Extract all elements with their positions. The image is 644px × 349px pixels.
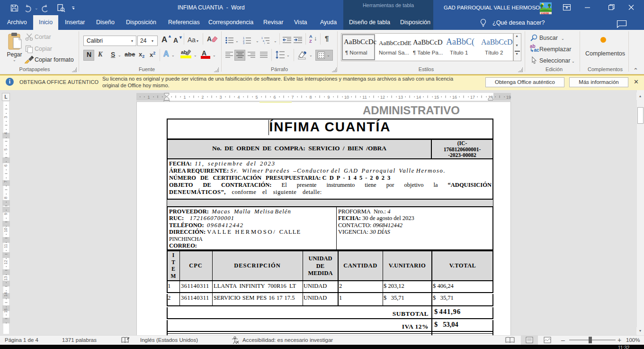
svg-text:1: 1	[183, 95, 186, 100]
svg-text:1: 1	[147, 95, 150, 100]
svg-text:9: 9	[3, 212, 8, 215]
svg-text:12: 12	[3, 260, 8, 265]
svg-text:6: 6	[273, 95, 276, 100]
svg-text:8: 8	[309, 95, 312, 100]
svg-text:13: 13	[3, 276, 8, 281]
svg-text:11: 11	[3, 244, 8, 248]
svg-text:8: 8	[3, 196, 8, 199]
svg-text:14: 14	[416, 95, 421, 100]
svg-text:i: i	[264, 42, 265, 44]
svg-text:3: 3	[3, 116, 8, 118]
svg-text:19: 19	[506, 95, 511, 100]
svg-text:6: 6	[3, 164, 8, 166]
svg-text:7: 7	[291, 95, 294, 100]
svg-text:4: 4	[3, 132, 8, 134]
svg-text:11: 11	[362, 95, 367, 100]
svg-text:7: 7	[3, 180, 8, 183]
svg-text:10: 10	[344, 95, 349, 100]
svg-text:5: 5	[3, 148, 8, 150]
svg-text:3: 3	[219, 95, 222, 100]
svg-text:9: 9	[327, 95, 330, 100]
svg-text:14: 14	[3, 292, 8, 297]
svg-text:13: 13	[398, 95, 403, 100]
svg-text:2: 2	[201, 95, 204, 100]
svg-text:4: 4	[237, 95, 240, 100]
svg-text:12: 12	[380, 95, 385, 100]
svg-text:V.HERM: V.HERM	[541, 12, 549, 15]
svg-text:15: 15	[434, 95, 439, 100]
svg-text:5: 5	[255, 95, 258, 100]
svg-text:⌄: ⌄	[35, 6, 38, 10]
svg-text:15: 15	[3, 308, 8, 313]
svg-text:16: 16	[452, 95, 457, 100]
svg-text:3: 3	[243, 42, 244, 44]
svg-text:17: 17	[470, 95, 475, 100]
svg-text:10: 10	[3, 228, 8, 232]
